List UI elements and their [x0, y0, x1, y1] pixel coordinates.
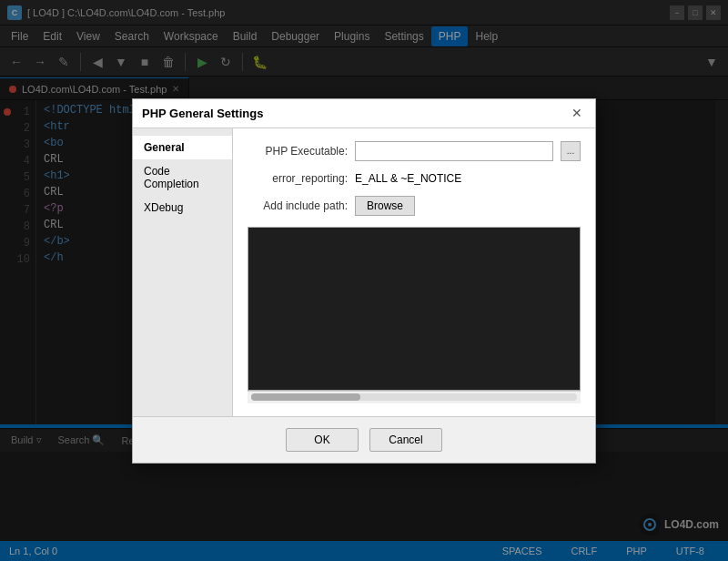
dialog-nav-code-completion[interactable]: Code Completion [133, 159, 232, 196]
dialog-content: PHP Executable: ... error_reporting: E_A… [233, 128, 595, 416]
error-reporting-value: E_ALL & ~E_NOTICE [355, 172, 461, 185]
error-reporting-row: error_reporting: E_ALL & ~E_NOTICE [248, 172, 581, 185]
dialog-footer: OK Cancel [133, 416, 595, 463]
dialog-overlay: PHP General Settings ✕ General Code Comp… [0, 0, 728, 561]
dialog-close-button[interactable]: ✕ [568, 104, 586, 122]
scrollbar-track [251, 393, 577, 401]
dialog-title: PHP General Settings [142, 107, 568, 120]
php-executable-input[interactable] [355, 141, 553, 161]
php-executable-browse-button[interactable]: ... [561, 141, 581, 161]
error-reporting-label: error_reporting: [248, 172, 348, 185]
php-settings-dialog: PHP General Settings ✕ General Code Comp… [132, 98, 596, 464]
include-path-list[interactable] [248, 227, 581, 391]
include-path-label: Add include path: [248, 199, 348, 212]
include-path-row: Add include path: Browse [248, 196, 581, 216]
dialog-nav-general[interactable]: General [133, 136, 232, 159]
dialog-sidebar: General Code Completion XDebug [133, 128, 233, 416]
ok-button[interactable]: OK [286, 428, 359, 452]
php-executable-label: PHP Executable: [248, 145, 348, 158]
cancel-button[interactable]: Cancel [369, 428, 442, 452]
dialog-body: General Code Completion XDebug PHP Execu… [133, 128, 595, 416]
php-executable-row: PHP Executable: ... [248, 141, 581, 161]
scrollbar-thumb[interactable] [251, 393, 360, 401]
dialog-title-bar: PHP General Settings ✕ [133, 99, 595, 128]
include-path-browse-button[interactable]: Browse [355, 196, 415, 216]
dialog-nav-xdebug[interactable]: XDebug [133, 196, 232, 219]
dialog-scrollbar[interactable] [248, 391, 581, 403]
